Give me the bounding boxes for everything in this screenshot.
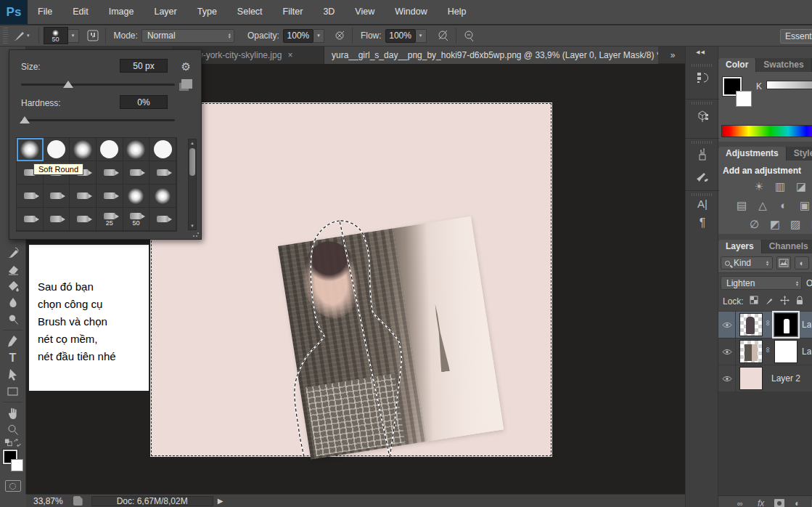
layer-mask-thumbnail-selected[interactable] (774, 313, 797, 336)
close-tab-icon[interactable]: × (287, 50, 292, 60)
doc-tab-yura-active[interactable]: yura__girl_s_day__png_by_hoki97-d6xb5wp.… (324, 46, 658, 64)
brush-hard-round[interactable] (44, 138, 70, 161)
brush-soft-round[interactable] (123, 138, 150, 161)
menu-file[interactable]: File (28, 0, 62, 24)
layer-name[interactable]: La (802, 320, 811, 330)
zoom-tool[interactable] (3, 421, 23, 438)
brush-tool-dropdown-arrow[interactable]: ▾ (27, 33, 30, 38)
collapse-panels-icon[interactable]: ◀◀ (696, 49, 705, 55)
filter-kind-dropdown[interactable]: Kind ▴▾ (721, 256, 773, 269)
menu-type[interactable]: Type (187, 0, 227, 24)
paint-bucket-tool[interactable] (3, 277, 23, 294)
tab-channels[interactable]: Channels (762, 240, 812, 254)
options-bar-grip[interactable] (3, 28, 8, 44)
color-balance-icon[interactable]: ◐ (776, 199, 791, 212)
brush-soft-round[interactable] (149, 184, 176, 208)
background-color-well[interactable] (736, 91, 752, 107)
status-options-arrow-icon[interactable]: ▶ (218, 497, 223, 505)
menu-filter[interactable]: Filter (273, 0, 313, 24)
menu-layer[interactable]: Layer (144, 0, 186, 24)
new-adjustment-layer-icon[interactable]: ◐ (795, 498, 800, 507)
layer-row-girl[interactable]: ∞ La (718, 312, 812, 338)
menu-window[interactable]: Window (385, 0, 437, 24)
workspace-switcher-button[interactable]: Essent (780, 29, 812, 44)
gradient-map-icon[interactable]: ▨ (788, 218, 802, 231)
brush-tip-preset-25[interactable]: 25 (97, 208, 123, 231)
mode-dropdown[interactable]: Normal ▴▾ (142, 29, 234, 43)
mask-link-icon[interactable]: ∞ (764, 320, 773, 329)
create-new-brush-icon[interactable] (181, 79, 192, 89)
blend-mode-dropdown[interactable]: Lighten ▴▾ (721, 276, 802, 290)
filter-pixel-layers-icon[interactable] (776, 256, 791, 269)
mask-link-icon[interactable]: ∞ (764, 347, 773, 356)
default-colors-icon[interactable] (4, 438, 13, 447)
pen-tool[interactable] (3, 333, 23, 349)
curves-icon[interactable]: ◪ (794, 180, 808, 193)
brush-tip-preset[interactable] (44, 208, 70, 231)
tab-swatches[interactable]: Swatches (756, 58, 811, 72)
brush-tip-preset[interactable] (17, 208, 44, 231)
history-panel-icon[interactable] (686, 70, 719, 88)
levels-icon[interactable]: ▥ (773, 180, 787, 193)
tab-styles[interactable]: Styles (787, 147, 812, 161)
brush-preset-dropdown-arrow[interactable]: ▾ (68, 29, 79, 43)
brush-tip-preset[interactable] (149, 208, 176, 231)
opacity-dropdown-arrow[interactable]: ▾ (313, 29, 324, 43)
layer-mask-thumbnail[interactable] (774, 340, 797, 363)
filter-adjustment-layers-icon[interactable]: ◐ (795, 256, 809, 269)
dock-grip[interactable] (692, 102, 712, 105)
layer-thumbnail[interactable] (739, 340, 763, 363)
brush-tip-preset[interactable] (123, 161, 150, 184)
blur-tool[interactable] (3, 294, 23, 311)
brush-soft-round[interactable] (123, 184, 150, 208)
dock-grip[interactable] (692, 141, 712, 144)
hardness-slider[interactable] (21, 119, 175, 121)
dock-grip[interactable] (692, 64, 712, 67)
brush-tip-preset[interactable] (70, 184, 97, 208)
gear-icon[interactable]: ⚙ (181, 60, 191, 73)
lock-transparency-icon[interactable] (750, 296, 759, 307)
menu-edit[interactable]: Edit (62, 0, 99, 24)
size-slider[interactable] (21, 84, 175, 86)
visibility-toggle[interactable] (718, 312, 736, 338)
layer-row-city[interactable]: ∞ La (718, 338, 812, 365)
brush-hard-round[interactable] (149, 138, 176, 161)
rectangle-tool[interactable] (3, 383, 23, 399)
brush-tip-preset[interactable] (97, 184, 123, 208)
visibility-toggle[interactable] (718, 365, 736, 392)
threshold-icon[interactable]: ⊠ (809, 218, 812, 231)
posterize-icon[interactable]: ◩ (768, 218, 782, 231)
brush-hard-round[interactable] (97, 138, 123, 161)
paragraph-panel-icon[interactable]: ¶ (686, 216, 719, 230)
brush-grid-scrollbar[interactable]: ▲ ▼ (188, 139, 197, 230)
black-white-icon[interactable]: ▣ (797, 199, 812, 212)
brush-preset-preview[interactable]: 50 (44, 27, 68, 44)
airbrush-icon[interactable] (461, 28, 477, 44)
lock-all-icon[interactable] (795, 296, 804, 307)
menu-help[interactable]: Help (438, 0, 477, 24)
visibility-toggle[interactable] (718, 338, 736, 365)
scrollbar-thumb[interactable] (189, 148, 195, 176)
layer-row-layer2[interactable]: Layer 2 (718, 365, 812, 392)
dock-grip[interactable] (692, 193, 712, 196)
hue-saturation-icon[interactable]: △ (755, 199, 770, 212)
brush-soft-round[interactable] (70, 138, 97, 161)
hardness-field[interactable]: 0% (120, 95, 168, 109)
menu-3d[interactable]: 3D (313, 0, 345, 24)
path-selection-tool[interactable] (3, 366, 23, 383)
tab-layers[interactable]: Layers (718, 240, 762, 254)
scroll-down-icon[interactable]: ▼ (190, 222, 194, 230)
doc-size-readout[interactable]: Doc: 6,67M/8,02M (91, 496, 213, 506)
brightness-contrast-icon[interactable]: ☀ (752, 180, 766, 193)
character-panel-icon[interactable]: A| (686, 198, 719, 210)
scroll-up-icon[interactable]: ▲ (190, 139, 194, 147)
lock-position-icon[interactable] (780, 296, 790, 307)
canvas[interactable] (151, 103, 551, 456)
brush-presets-panel-icon[interactable] (686, 147, 719, 165)
eraser-tool[interactable] (3, 261, 23, 277)
tab-color[interactable]: Color (718, 58, 756, 72)
dodge-tool[interactable] (3, 311, 23, 328)
brush-soft-round-selected[interactable] (17, 138, 44, 161)
brush-tip-preset[interactable] (17, 184, 44, 208)
vibrance-icon[interactable]: ▤ (734, 199, 749, 212)
